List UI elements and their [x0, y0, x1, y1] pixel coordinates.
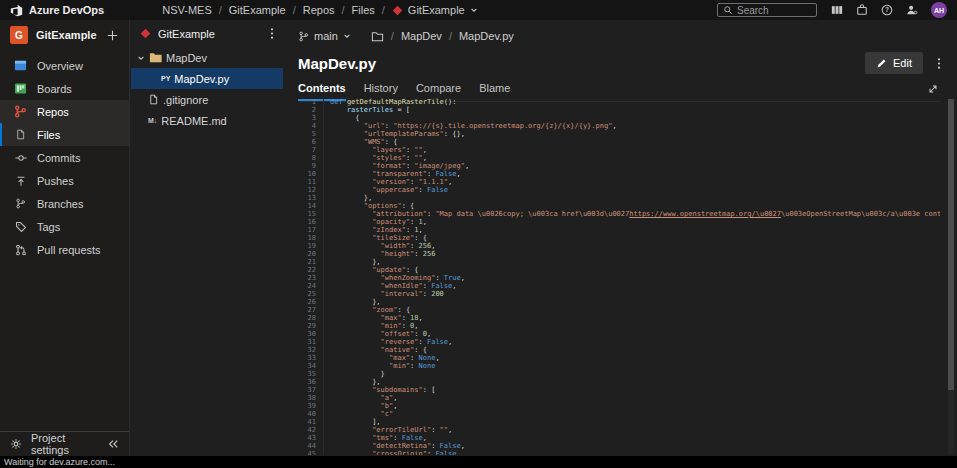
sidebar-item-tags[interactable]: Tags: [0, 215, 129, 238]
code-line: 22 "update": {: [298, 266, 940, 274]
code-text: "c": [323, 410, 940, 418]
search-box[interactable]: [717, 3, 817, 17]
branch-selector[interactable]: main: [314, 30, 338, 42]
push-icon: [14, 175, 27, 187]
project-header[interactable]: G GitExample: [0, 20, 129, 50]
user-settings-button[interactable]: [906, 4, 918, 16]
collapse-sidebar-icon[interactable]: [107, 438, 119, 450]
code-line: 31 "reverse": False,: [298, 338, 940, 346]
code-text: "reverse": False,: [323, 338, 940, 346]
sidebar-item-pushes[interactable]: Pushes: [0, 169, 129, 192]
breadcrumb-item-gitexample[interactable]: GitExample: [229, 4, 286, 16]
sidebar-item-label: Tags: [37, 221, 60, 233]
chevron-down-icon[interactable]: [343, 32, 351, 40]
code-text: rasterTiles = [: [323, 106, 940, 114]
code-line: 8 "styles": "",: [298, 154, 940, 162]
code-scrollbar[interactable]: [948, 99, 954, 454]
code-text: "zIndex": 1,: [323, 226, 940, 234]
line-number: 12: [298, 186, 323, 194]
tree-item-mapdev[interactable]: MapDev: [131, 47, 283, 68]
tree-item-label: MapDev.py: [174, 73, 229, 85]
line-number: 44: [298, 442, 323, 450]
line-number: 5: [298, 130, 323, 138]
code-text: "a",: [323, 394, 940, 402]
sidebar-item-label: Files: [37, 129, 60, 141]
sidebar-item-pull-requests[interactable]: Pull requests: [0, 238, 129, 261]
code-line: 37 "subdomains": [: [298, 386, 940, 394]
breadcrumb-repo-selector[interactable]: GitExample: [392, 4, 478, 16]
breadcrumb-item-repos[interactable]: Repos: [303, 4, 335, 16]
code-line: 44 "detectRetina": False,: [298, 442, 940, 450]
sidebar-item-label: Repos: [37, 106, 69, 118]
code-line: 27 "zoom": {: [298, 306, 940, 314]
line-number: 18: [298, 234, 323, 242]
code-text: "version": "1.1.1",: [323, 178, 940, 186]
user-settings-icon: [906, 4, 918, 16]
code-line: 40 "c": [298, 410, 940, 418]
sidebar-item-files[interactable]: Files: [0, 123, 129, 146]
code-line: 34 "min": None: [298, 362, 940, 370]
code-text: "whenIdle": False,: [323, 282, 940, 290]
code-line: 13 },: [298, 194, 940, 202]
line-number: 16: [298, 218, 323, 226]
code-text: "max": None,: [323, 354, 940, 362]
code-text: "b",: [323, 402, 940, 410]
file-icon: [14, 129, 27, 140]
help-button[interactable]: ?: [881, 4, 893, 16]
line-number: 29: [298, 322, 323, 330]
sidebar-item-repos[interactable]: Repos: [0, 100, 129, 123]
branch-icon: [298, 31, 309, 42]
code-text: },: [323, 258, 940, 266]
line-number: 3: [298, 114, 323, 122]
tree-item-readme-md[interactable]: M↓README.md: [131, 110, 283, 131]
path-item-mapdev-py[interactable]: MapDev.py: [459, 30, 514, 42]
repo-picker[interactable]: GitExample: [131, 20, 283, 47]
code-text: "native": {: [323, 346, 940, 354]
line-number: 32: [298, 346, 323, 354]
chevron-down-icon[interactable]: [137, 54, 145, 62]
code-text: "height": 256: [323, 250, 940, 258]
sidebar-item-branches[interactable]: Branches: [0, 192, 129, 215]
file-tree: MapDevPYMapDev.py.gitignoreM↓README.md: [131, 47, 283, 131]
code-text: "whenZooming": True,: [323, 274, 940, 282]
chevron-down-icon: [470, 6, 478, 14]
code-text: "attribution": "Map data \u0026copy; \u0…: [323, 210, 940, 218]
more-options-icon[interactable]: [937, 57, 941, 70]
avatar[interactable]: AH: [931, 2, 947, 18]
code-text: "offset": 0,: [323, 330, 940, 338]
gear-icon: [10, 438, 22, 450]
tree-item-gitignore[interactable]: .gitignore: [131, 89, 283, 110]
tree-item-mapdev-py[interactable]: PYMapDev.py: [131, 68, 283, 89]
folder-icon[interactable]: [371, 30, 384, 43]
code-text: },: [323, 378, 940, 386]
code-line: 12 "uppercase": False: [298, 186, 940, 194]
project-name: GitExample: [36, 29, 98, 41]
sidebar-item-overview[interactable]: Overview: [0, 54, 129, 77]
edit-button[interactable]: Edit: [865, 52, 923, 74]
code-line: 17 "zIndex": 1,: [298, 226, 940, 234]
sidebar-item-commits[interactable]: Commits: [0, 146, 129, 169]
grid-button[interactable]: [831, 4, 843, 16]
code-line: 29 "min": 0,: [298, 322, 940, 330]
code-viewer[interactable]: 1def getDefaultMapRasterTile():2 rasterT…: [298, 98, 940, 455]
breadcrumb-item-files[interactable]: Files: [352, 4, 375, 16]
repo-more-options-icon[interactable]: [270, 27, 274, 40]
code-text: "subdomains": [: [323, 386, 940, 394]
line-number: 38: [298, 394, 323, 402]
fullscreen-icon[interactable]: [927, 83, 939, 95]
path-item-mapdev[interactable]: MapDev: [401, 30, 442, 42]
project-settings-button[interactable]: Project settings: [0, 431, 129, 456]
sidebar-item-boards[interactable]: Boards: [0, 77, 129, 100]
tree-item-label: README.md: [161, 115, 226, 127]
code-line: 21 },: [298, 258, 940, 266]
tag-icon: [14, 221, 27, 233]
add-project-button[interactable]: [106, 29, 119, 42]
overview-icon: [14, 59, 27, 72]
code-line: 43 "tms": False,: [298, 434, 940, 442]
line-number: 34: [298, 362, 323, 370]
azure-devops-logo-icon[interactable]: [10, 4, 23, 17]
breadcrumb-item-nsv-mes[interactable]: NSV-MES: [162, 4, 212, 16]
search-input[interactable]: [737, 5, 807, 16]
code-line: 33 "max": None,: [298, 354, 940, 362]
bag-button[interactable]: [856, 4, 868, 16]
